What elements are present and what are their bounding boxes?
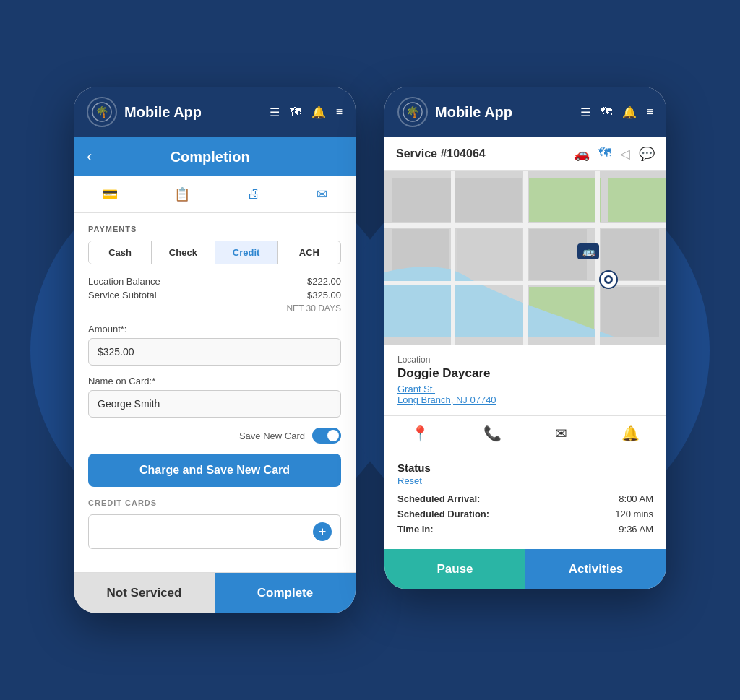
location-balance-label: Location Balance (88, 276, 160, 287)
svg-rect-12 (457, 229, 522, 280)
page-wrapper: 🌴 Mobile App ☰ 🗺 🔔 ≡ ‹ Completion 💳 📋 🖨 … (74, 87, 666, 613)
send-icon[interactable]: ◁ (620, 146, 630, 162)
location-balance-value: $222.00 (307, 276, 341, 287)
address-line2: Long Branch, NJ 07740 (397, 394, 496, 405)
scheduled-arrival-label: Scheduled Arrival: (397, 493, 480, 504)
amount-label: Amount*: (88, 324, 341, 334)
service-bottom-actions: Pause Activities (384, 549, 666, 589)
menu-icon[interactable]: ≡ (336, 105, 343, 118)
right-list-icon[interactable]: ☰ (580, 105, 590, 119)
location-balance-row: Location Balance $222.00 (88, 276, 341, 287)
right-app-logo: 🌴 (397, 97, 428, 127)
car-icon[interactable]: 🚗 (574, 146, 590, 162)
right-app-title: Mobile App (435, 104, 573, 121)
location-actions: 📍 📞 ✉ 🔔 (384, 416, 666, 451)
service-header: Service #104064 🚗 🗺 ◁ 💬 (384, 137, 666, 171)
svg-rect-15 (601, 287, 659, 337)
scheduled-duration-label: Scheduled Duration: (397, 509, 489, 519)
service-subtotal-value: $325.00 (307, 290, 341, 301)
credit-tab[interactable]: Credit (215, 241, 278, 264)
status-title: Status (397, 462, 653, 474)
ach-tab[interactable]: ACH (278, 241, 340, 264)
name-on-card-input[interactable] (88, 390, 341, 418)
completion-body: PAYMENTS Cash Check Credit ACH Location … (74, 213, 356, 572)
left-app-header: 🌴 Mobile App ☰ 🗺 🔔 ≡ (74, 87, 356, 137)
cash-tab[interactable]: Cash (89, 241, 152, 264)
time-in-value: 9:36 AM (619, 524, 653, 535)
right-map-icon[interactable]: 🗺 (601, 105, 612, 118)
back-button[interactable]: ‹ (87, 147, 92, 166)
reset-link[interactable]: Reset (397, 475, 653, 486)
service-subtotal-row: Service Subtotal $325.00 (88, 290, 341, 301)
bell-action-icon[interactable]: 🔔 (621, 425, 640, 442)
pause-button[interactable]: Pause (384, 549, 525, 589)
scheduled-arrival-value: 8:00 AM (619, 493, 653, 504)
left-app-logo: 🌴 (87, 97, 117, 127)
save-card-label: Save New Card (239, 431, 305, 441)
location-info: Location Doggie Daycare Grant St. Long B… (384, 345, 666, 416)
completion-title: Completion (99, 149, 343, 165)
not-serviced-button[interactable]: Not Serviced (74, 573, 215, 613)
map-icon[interactable]: 🗺 (290, 105, 301, 118)
right-phone: 🌴 Mobile App ☰ 🗺 🔔 ≡ Service #104064 🚗 🗺… (384, 87, 666, 589)
svg-rect-10 (392, 178, 522, 222)
svg-text:🌴: 🌴 (406, 105, 420, 118)
service-subtotal-label: Service Subtotal (88, 290, 157, 301)
pin-action-icon[interactable]: 📍 (411, 425, 429, 442)
left-header-icons: ☰ 🗺 🔔 ≡ (270, 105, 343, 119)
credit-cards-label: CREDIT CARDS (88, 498, 341, 507)
svg-point-25 (606, 277, 611, 282)
mail-action-icon[interactable]: ✉ (555, 425, 567, 442)
bottom-actions: Not Serviced Complete (74, 572, 356, 613)
check-tab[interactable]: Check (152, 241, 215, 264)
phone-action-icon[interactable]: 📞 (483, 425, 502, 442)
svg-rect-6 (529, 178, 601, 222)
credit-card-tab[interactable]: 💳 (87, 183, 132, 205)
charge-save-button[interactable]: Charge and Save New Card (88, 454, 341, 487)
address-line1: Grant St. (397, 384, 435, 394)
payments-label: PAYMENTS (88, 225, 341, 233)
location-name: Doggie Daycare (397, 366, 653, 381)
add-card-button[interactable]: + (313, 522, 332, 541)
time-in-row: Time In: 9:36 AM (397, 524, 653, 535)
right-header-icons: ☰ 🗺 🔔 ≡ (580, 105, 653, 119)
svg-rect-7 (608, 178, 666, 222)
time-in-label: Time In: (397, 524, 434, 535)
activities-button[interactable]: Activities (525, 549, 666, 589)
right-menu-icon[interactable]: ≡ (647, 105, 653, 118)
amount-input[interactable] (88, 338, 341, 366)
left-phone: 🌴 Mobile App ☰ 🗺 🔔 ≡ ‹ Completion 💳 📋 🖨 … (74, 87, 356, 613)
service-number: Service #104064 (396, 147, 574, 160)
payment-tabs: Cash Check Credit ACH (88, 241, 341, 264)
location-address[interactable]: Grant St. Long Branch, NJ 07740 (397, 384, 653, 405)
scheduled-duration-value: 120 mins (615, 509, 653, 519)
status-section: Status Reset Scheduled Arrival: 8:00 AM … (384, 451, 666, 549)
tab-icons-bar: 💳 📋 🖨 ✉ (74, 176, 356, 213)
map-container: 🚌 (384, 171, 666, 345)
save-card-toggle[interactable] (312, 428, 341, 444)
svg-text:🌴: 🌴 (95, 105, 109, 118)
checklist-tab[interactable]: 📋 (160, 183, 205, 205)
card-number-input[interactable] (98, 526, 313, 537)
map-pin-icon[interactable]: 🗺 (598, 146, 611, 162)
mail-tab[interactable]: ✉ (302, 183, 342, 205)
chat-icon[interactable]: 💬 (639, 146, 655, 162)
right-app-header: 🌴 Mobile App ☰ 🗺 🔔 ≡ (384, 87, 666, 137)
right-bell-icon[interactable]: 🔔 (622, 105, 637, 119)
complete-button[interactable]: Complete (215, 573, 356, 613)
svg-text:🚌: 🚌 (582, 246, 595, 258)
list-icon[interactable]: ☰ (270, 105, 280, 119)
left-app-title: Mobile App (124, 104, 262, 121)
save-card-row: Save New Card (88, 428, 341, 444)
location-subtitle: Location (397, 355, 653, 365)
completion-header: ‹ Completion (74, 137, 356, 176)
service-header-icons: 🚗 🗺 ◁ 💬 (574, 146, 655, 162)
print-tab[interactable]: 🖨 (233, 183, 275, 205)
scheduled-arrival-row: Scheduled Arrival: 8:00 AM (397, 493, 653, 504)
net-terms: NET 30 DAYS (88, 303, 341, 314)
name-on-card-label: Name on Card:* (88, 376, 341, 386)
bell-icon[interactable]: 🔔 (311, 105, 326, 119)
scheduled-duration-row: Scheduled Duration: 120 mins (397, 509, 653, 519)
card-input-row: + (88, 514, 341, 549)
